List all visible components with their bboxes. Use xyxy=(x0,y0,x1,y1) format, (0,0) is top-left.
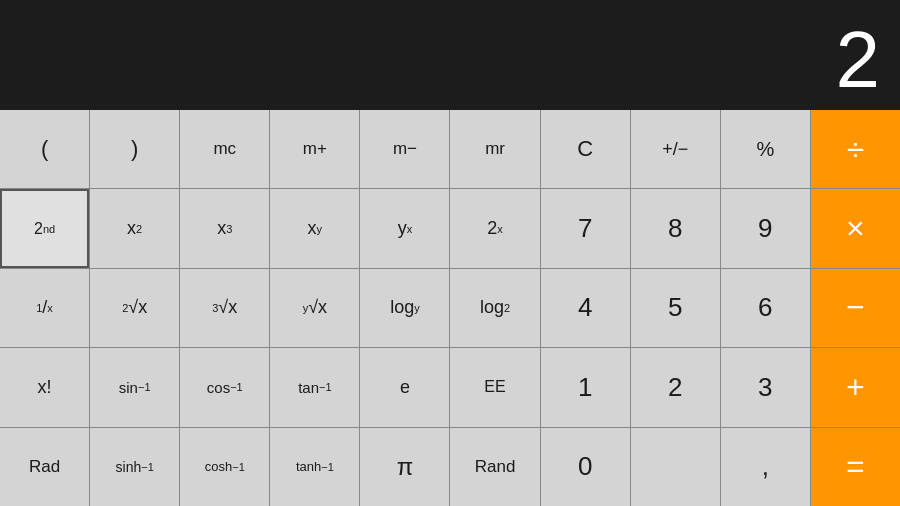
x-y-key[interactable]: xy xyxy=(270,189,359,267)
divide-key[interactable]: ÷ xyxy=(811,110,900,188)
9-key[interactable]: 9 xyxy=(721,189,810,267)
rad-key[interactable]: Rad xyxy=(0,428,89,506)
6-key[interactable]: 6 xyxy=(721,269,810,347)
close-paren-key[interactable]: ) xyxy=(90,110,179,188)
mc-key[interactable]: mc xyxy=(180,110,269,188)
plus-minus-key[interactable]: +/− xyxy=(631,110,720,188)
mr-key[interactable]: mr xyxy=(450,110,539,188)
equals-key[interactable]: = xyxy=(811,428,900,506)
sqrt-y-x-key[interactable]: y√x xyxy=(270,269,359,347)
multiply-key[interactable]: × xyxy=(811,189,900,267)
4-key[interactable]: 4 xyxy=(541,269,630,347)
x-squared-key[interactable]: x2 xyxy=(90,189,179,267)
subtract-key[interactable]: − xyxy=(811,269,900,347)
add-key[interactable]: + xyxy=(811,348,900,426)
8-key[interactable]: 8 xyxy=(631,189,720,267)
7-key[interactable]: 7 xyxy=(541,189,630,267)
display-value: 2 xyxy=(836,20,881,100)
rand-key[interactable]: Rand xyxy=(450,428,539,506)
arccos-key[interactable]: cos−1 xyxy=(180,348,269,426)
arcsinh-key[interactable]: sinh−1 xyxy=(90,428,179,506)
factorial-key[interactable]: x! xyxy=(0,348,89,426)
one-over-x-key[interactable]: 1/x xyxy=(0,269,89,347)
sqrt2-x-key[interactable]: 2√x xyxy=(90,269,179,347)
e-key[interactable]: e xyxy=(360,348,449,426)
0-key[interactable]: 0 xyxy=(541,428,630,506)
percent-key[interactable]: % xyxy=(721,110,810,188)
2-key[interactable]: 2 xyxy=(631,348,720,426)
5-key[interactable]: 5 xyxy=(631,269,720,347)
comma-key[interactable]: , xyxy=(721,428,810,506)
blank-cell xyxy=(631,428,720,506)
log2-key[interactable]: log2 xyxy=(450,269,539,347)
1-key[interactable]: 1 xyxy=(541,348,630,426)
3-key[interactable]: 3 xyxy=(721,348,810,426)
open-paren-key[interactable]: ( xyxy=(0,110,89,188)
display: 2 xyxy=(0,0,900,110)
ee-key[interactable]: EE xyxy=(450,348,539,426)
sqrt3-x-key[interactable]: 3√x xyxy=(180,269,269,347)
arccosh-key[interactable]: cosh−1 xyxy=(180,428,269,506)
x-cubed-key[interactable]: x3 xyxy=(180,189,269,267)
2nd-key[interactable]: 2nd xyxy=(0,189,89,267)
y-x-key[interactable]: yx xyxy=(360,189,449,267)
clear-key[interactable]: C xyxy=(541,110,630,188)
arcsin-key[interactable]: sin−1 xyxy=(90,348,179,426)
keypad: ()mcm+m−mrC+/−%÷2ndx2x3xyyx2x789×1/x2√x3… xyxy=(0,110,900,506)
m-plus-key[interactable]: m+ xyxy=(270,110,359,188)
m-minus-key[interactable]: m− xyxy=(360,110,449,188)
pi-key[interactable]: π xyxy=(360,428,449,506)
log-y-key[interactable]: logy xyxy=(360,269,449,347)
arctan-key[interactable]: tan−1 xyxy=(270,348,359,426)
2-x-key[interactable]: 2x xyxy=(450,189,539,267)
arctanh-key[interactable]: tanh−1 xyxy=(270,428,359,506)
